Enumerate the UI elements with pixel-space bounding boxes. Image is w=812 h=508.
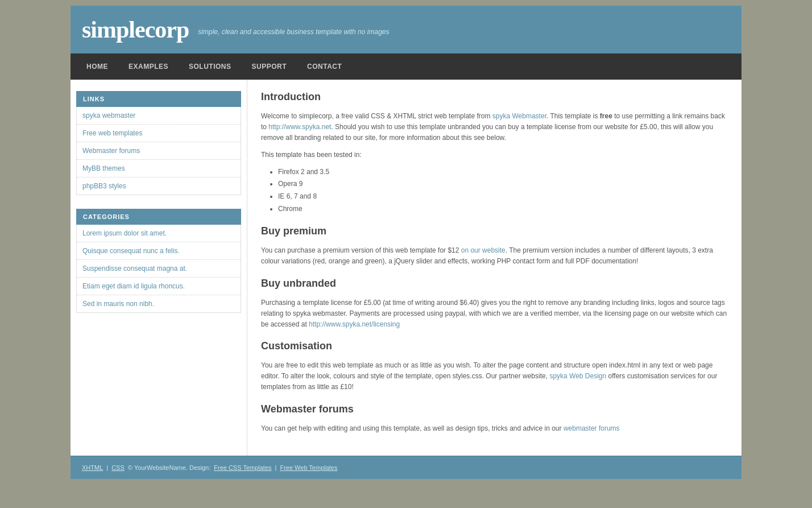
list-item: IE 6, 7 and 8: [278, 191, 728, 203]
footer-separator-1: |: [106, 464, 108, 471]
nav-link-contact[interactable]: CONTACT: [297, 53, 352, 80]
customisation-section: Customisation You are free to edit this …: [261, 340, 728, 393]
free-bold: free: [600, 112, 612, 120]
unbranded-paragraph: Purchasing a template license for £5.00 …: [261, 298, 728, 331]
list-item: Opera 9: [278, 178, 728, 191]
nav-link-support[interactable]: SUPPORT: [242, 53, 297, 80]
category-link-1[interactable]: Lorem ipsum dolor sit amet.: [77, 225, 241, 242]
intro-text-prefix: Welcome to simplecorp, a free valid CSS …: [261, 112, 492, 120]
footer-inner: XHTML | CSS © YourWebsiteName. Design: F…: [82, 464, 730, 471]
footer-separator-2: |: [275, 464, 277, 471]
main-content: Introduction Welcome to simplecorp, a fr…: [247, 80, 741, 456]
list-item[interactable]: Suspendisse consequat magna at.: [77, 260, 241, 278]
list-item[interactable]: Sed in mauris non nibh.: [77, 295, 241, 312]
spyka-webmaster-link[interactable]: spyka Webmaster: [492, 112, 546, 120]
nav-item-home[interactable]: HOME: [76, 53, 118, 80]
sidebar-link-free-templates[interactable]: Free web templates: [77, 125, 241, 142]
header: simplecorp simple, clean and accessible …: [71, 6, 741, 53]
intro-heading: Introduction: [261, 91, 728, 105]
intro-paragraph-1: Welcome to simplecorp, a free valid CSS …: [261, 111, 728, 144]
custom-heading: Customisation: [261, 340, 728, 354]
sidebar-link-webmaster-forums[interactable]: Webmaster forums: [77, 142, 241, 159]
list-item: Firefox 2 and 3.5: [278, 166, 728, 179]
forums-paragraph: You can get help with editing and using …: [261, 423, 728, 434]
premium-link[interactable]: on our website: [461, 246, 506, 254]
spyka-net-link[interactable]: http://www.spyka.net: [268, 123, 331, 131]
css-link[interactable]: CSS: [111, 464, 125, 471]
spyka-web-design-link[interactable]: spyka Web Design: [549, 372, 606, 380]
nav-item-contact[interactable]: CONTACT: [297, 53, 352, 80]
category-link-4[interactable]: Etiam eget diam id ligula rhoncus.: [77, 278, 241, 295]
sidebar-categories-section: CATEGORIES Lorem ipsum dolor sit amet. Q…: [76, 209, 241, 313]
webmaster-forums-link[interactable]: webmaster forums: [564, 424, 620, 432]
categories-title: CATEGORIES: [76, 209, 241, 225]
forums-section: Webmaster forums You can get help with e…: [261, 403, 728, 434]
list-item[interactable]: phpBB3 styles: [77, 177, 241, 195]
category-link-5[interactable]: Sed in mauris non nibh.: [77, 295, 241, 312]
list-item[interactable]: MyBB themes: [77, 160, 241, 177]
links-title: LINKS: [76, 91, 241, 107]
premium-section: Buy premium You can purchase a premium v…: [261, 225, 728, 267]
premium-paragraph: You can purchase a premium version of th…: [261, 245, 728, 267]
footer-copyright: © YourWebsiteName. Design:: [128, 464, 210, 471]
custom-paragraph: You are free to edit this web template a…: [261, 360, 728, 393]
nav-link-home[interactable]: HOME: [76, 53, 118, 80]
footer: XHTML | CSS © YourWebsiteName. Design: F…: [71, 456, 741, 479]
forums-text: You can get help with editing and using …: [261, 424, 564, 432]
nav-link-solutions[interactable]: SOLUTIONS: [179, 53, 242, 80]
list-item: Chrome: [278, 203, 728, 216]
tested-list: Firefox 2 and 3.5 Opera 9 IE 6, 7 and 8 …: [278, 166, 728, 215]
sidebar-link-phpbb3[interactable]: phpBB3 styles: [77, 177, 241, 195]
sidebar-links-list: spyka webmaster Free web templates Webma…: [76, 107, 241, 195]
list-item[interactable]: Etiam eget diam id ligula rhoncus.: [77, 278, 241, 295]
site-tagline: simple, clean and accessible business te…: [198, 28, 389, 36]
nav-item-solutions[interactable]: SOLUTIONS: [179, 53, 242, 80]
xhtml-link[interactable]: XHTML: [82, 464, 103, 471]
free-web-templates-link[interactable]: Free Web Templates: [280, 464, 337, 471]
sidebar-links-section: LINKS spyka webmaster Free web templates…: [76, 91, 241, 195]
free-css-link[interactable]: Free CSS Templates: [214, 464, 271, 471]
nav-item-support[interactable]: SUPPORT: [242, 53, 297, 80]
nav-item-examples[interactable]: EXAMPLES: [118, 53, 179, 80]
content-wrapper: LINKS spyka webmaster Free web templates…: [71, 80, 741, 456]
category-link-2[interactable]: Quisque consequat nunc a felis.: [77, 242, 241, 259]
intro-section: Introduction Welcome to simplecorp, a fr…: [261, 91, 728, 215]
sidebar-link-mybb[interactable]: MyBB themes: [77, 160, 241, 177]
navigation: HOME EXAMPLES SOLUTIONS SUPPORT CONTACT: [71, 53, 741, 80]
list-item[interactable]: Free web templates: [77, 125, 241, 142]
unbranded-heading: Buy unbranded: [261, 278, 728, 292]
unbranded-section: Buy unbranded Purchasing a template lice…: [261, 278, 728, 331]
sidebar-link-spyka[interactable]: spyka webmaster: [77, 107, 241, 124]
intro-paragraph-2: This template has been tested in:: [261, 150, 728, 160]
intro-text-middle: . This template is: [546, 112, 600, 120]
nav-link-examples[interactable]: EXAMPLES: [118, 53, 179, 80]
nav-list: HOME EXAMPLES SOLUTIONS SUPPORT CONTACT: [71, 53, 741, 80]
licensing-link[interactable]: http://www.spyka.net/licensing: [309, 320, 400, 328]
list-item[interactable]: Lorem ipsum dolor sit amet.: [77, 225, 241, 242]
site-name: simplecorp: [82, 16, 189, 43]
list-item[interactable]: spyka webmaster: [77, 107, 241, 125]
category-link-3[interactable]: Suspendisse consequat magna at.: [77, 260, 241, 277]
sidebar: LINKS spyka webmaster Free web templates…: [71, 80, 247, 456]
list-item[interactable]: Quisque consequat nunc a felis.: [77, 242, 241, 260]
premium-heading: Buy premium: [261, 225, 728, 239]
sidebar-categories-list: Lorem ipsum dolor sit amet. Quisque cons…: [76, 225, 241, 313]
list-item[interactable]: Webmaster forums: [77, 142, 241, 160]
forums-heading: Webmaster forums: [261, 403, 728, 418]
